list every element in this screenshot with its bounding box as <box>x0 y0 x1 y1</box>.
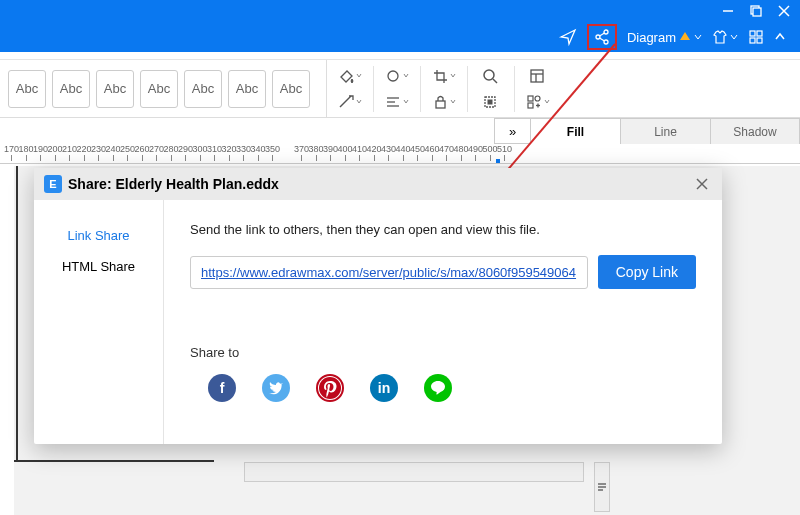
svg-point-19 <box>484 70 494 80</box>
header-bar: Diagram <box>0 22 800 52</box>
close-button[interactable] <box>778 5 790 17</box>
share-link-url[interactable]: https://www.edrawmax.com/server/public/s… <box>201 265 576 280</box>
dialog-title-text: Share: Elderly Health Plan.eddx <box>68 176 279 192</box>
crop-tool[interactable] <box>429 66 459 86</box>
style-abc-3[interactable]: Abc <box>96 70 134 108</box>
svg-rect-13 <box>757 38 762 43</box>
horizontal-ruler: 1701801902002102202302402502602702802903… <box>0 144 800 164</box>
minimize-button[interactable] <box>722 5 734 17</box>
dialog-header: E Share: Elderly Health Plan.eddx <box>34 168 722 200</box>
align-tool[interactable] <box>382 92 412 112</box>
share-dialog: E Share: Elderly Health Plan.eddx Link S… <box>34 168 722 444</box>
search-tool[interactable] <box>476 66 506 86</box>
bottom-panel <box>244 462 584 482</box>
select-tool[interactable] <box>476 92 506 112</box>
style-gallery: Abc Abc Abc Abc Abc Abc Abc <box>0 60 318 117</box>
share-instruction: Send the link to others, then they can o… <box>190 222 696 237</box>
linkedin-icon[interactable]: in <box>370 374 398 402</box>
sidebar-item-html-share[interactable]: HTML Share <box>34 251 163 282</box>
lock-tool[interactable] <box>429 92 459 112</box>
tab-shadow[interactable]: Shadow <box>710 118 800 144</box>
svg-rect-10 <box>750 31 755 36</box>
facebook-icon[interactable]: f <box>208 374 236 402</box>
svg-line-8 <box>599 33 604 36</box>
twitter-icon[interactable] <box>262 374 290 402</box>
share-link-field[interactable]: https://www.edrawmax.com/server/public/s… <box>190 256 588 289</box>
apps-button[interactable] <box>748 29 764 45</box>
tab-fill[interactable]: Fill <box>530 118 620 144</box>
svg-rect-28 <box>528 103 533 108</box>
app-logo-icon: E <box>44 175 62 193</box>
svg-point-37 <box>319 377 341 399</box>
share-button[interactable] <box>587 24 617 50</box>
maximize-button[interactable] <box>750 5 762 17</box>
line-icon[interactable] <box>424 374 452 402</box>
copy-link-button[interactable]: Copy Link <box>598 255 696 289</box>
send-button[interactable] <box>559 28 577 46</box>
expand-tabs-button[interactable]: » <box>494 118 530 144</box>
svg-rect-11 <box>757 31 762 36</box>
style-abc-2[interactable]: Abc <box>52 70 90 108</box>
dialog-main: Send the link to others, then they can o… <box>164 200 722 444</box>
collapse-ribbon-button[interactable] <box>774 31 786 43</box>
window-title-bar <box>0 0 800 22</box>
svg-rect-12 <box>750 38 755 43</box>
svg-rect-26 <box>528 96 533 101</box>
toolbar: Abc Abc Abc Abc Abc Abc Abc <box>0 60 800 118</box>
side-strip-button[interactable] <box>594 462 610 512</box>
dialog-close-button[interactable] <box>692 174 712 194</box>
style-abc-4[interactable]: Abc <box>140 70 178 108</box>
share-to-label: Share to <box>190 345 696 360</box>
svg-line-9 <box>599 38 604 41</box>
style-abc-1[interactable]: Abc <box>8 70 46 108</box>
svg-point-14 <box>388 71 398 81</box>
fill-tool[interactable] <box>335 66 365 86</box>
svg-rect-22 <box>488 100 492 104</box>
style-abc-5[interactable]: Abc <box>184 70 222 108</box>
svg-rect-2 <box>753 8 761 16</box>
components-tool[interactable] <box>523 92 553 112</box>
right-panel-tabs: » Fill Line Shadow <box>0 118 800 144</box>
dialog-sidebar: Link Share HTML Share <box>34 200 164 444</box>
svg-rect-23 <box>531 70 543 82</box>
svg-rect-18 <box>436 101 445 108</box>
layout-tool[interactable] <box>523 66 553 86</box>
tshirt-menu[interactable] <box>712 29 738 45</box>
svg-line-20 <box>493 79 497 83</box>
line-tool[interactable] <box>335 92 365 112</box>
shape-tool[interactable] <box>382 66 412 86</box>
svg-point-27 <box>535 96 540 101</box>
sidebar-item-link-share[interactable]: Link Share <box>34 220 163 251</box>
diagram-menu[interactable]: Diagram <box>627 30 702 45</box>
style-abc-6[interactable]: Abc <box>228 70 266 108</box>
style-abc-7[interactable]: Abc <box>272 70 310 108</box>
tab-line[interactable]: Line <box>620 118 710 144</box>
pinterest-icon[interactable] <box>316 374 344 402</box>
diagram-label: Diagram <box>627 30 676 45</box>
